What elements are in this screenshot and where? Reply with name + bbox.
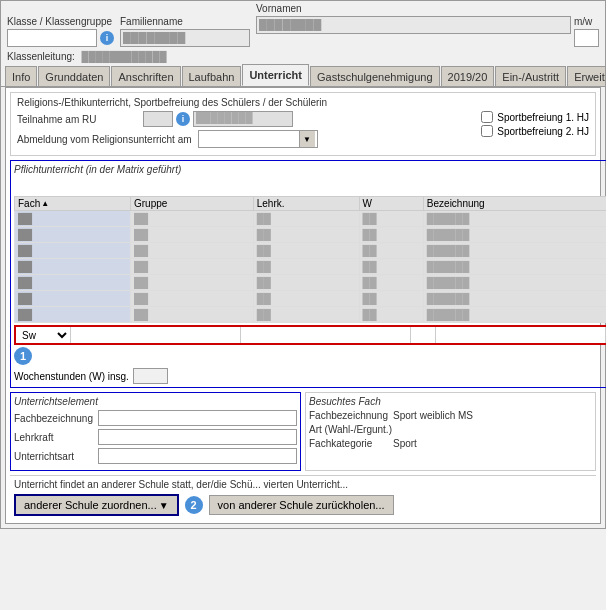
- table-row: ██ ██ ██ ██ ██████ ✕: [15, 259, 607, 275]
- pflicht-table: Fach ▲ Gruppe Lehrk. W Bezeichnung: [14, 196, 606, 323]
- tab-anschriften[interactable]: Anschriften: [111, 66, 180, 86]
- lehrkraft-input[interactable]: [98, 429, 297, 445]
- new-entry-field2[interactable]: [241, 327, 411, 343]
- tab-unterricht[interactable]: Unterricht: [242, 64, 309, 86]
- pflicht-col-w[interactable]: W: [359, 197, 423, 211]
- vornamen-label: Vornamen: [256, 3, 599, 14]
- klassenleitung-value: ████████████: [82, 51, 167, 62]
- bf-fachbez-value: Sport weiblich MS: [393, 410, 592, 421]
- unterrichtsart-label: Unterrichtsart: [14, 451, 94, 462]
- pflicht-col-fach[interactable]: Fach ▲: [15, 197, 131, 211]
- bf-art-label: Art (Wahl-/Ergunt.): [309, 424, 392, 435]
- table-row: ██ ██ ██ ██ ██████ ✕: [15, 291, 607, 307]
- besuchtes-fach-title: Besuchtes Fach: [309, 396, 592, 407]
- sport2-checkbox[interactable]: [481, 125, 493, 137]
- bf-fachkat-label: Fachkategorie: [309, 438, 389, 449]
- familienname-label: Familienname: [120, 16, 250, 27]
- mw-label: m/w: [574, 16, 599, 27]
- tab-2019[interactable]: 2019/20: [441, 66, 495, 86]
- new-entry-field1[interactable]: [71, 327, 241, 343]
- badge-1[interactable]: 1: [14, 347, 32, 365]
- table-row: ██ ██ ██ ██ ██████ ✕: [15, 227, 607, 243]
- religion-section-title: Religions-/Ethikunterricht, Sportbefreiu…: [17, 97, 589, 108]
- tab-info[interactable]: Info: [5, 66, 37, 86]
- table-row: ██ ██ ██ ██ ██████ ✕: [15, 307, 607, 323]
- new-entry-field3[interactable]: [411, 327, 436, 343]
- tab-gastschul[interactable]: Gastschulgenehmigung: [310, 66, 440, 86]
- unterrichtsart-input[interactable]: [98, 448, 297, 464]
- tab-grunddaten[interactable]: Grunddaten: [38, 66, 110, 86]
- mw-input[interactable]: [574, 29, 599, 47]
- familienname-input[interactable]: [120, 29, 250, 47]
- fachbez-label: Fachbezeichnung: [14, 413, 94, 424]
- bf-fachkat-value: Sport: [393, 438, 592, 449]
- info-icon[interactable]: i: [100, 31, 114, 45]
- pflicht-ws-label: Wochenstunden (W) insg.: [14, 371, 129, 382]
- sport1-checkbox[interactable]: [481, 111, 493, 123]
- tabs-container: Info Grunddaten Anschriften Laufbahn Unt…: [1, 64, 605, 87]
- unterricht-statt-text: Unterricht findet an anderer Schule stat…: [14, 479, 592, 490]
- unterrichtselement-title: Unterrichtselement: [14, 396, 297, 407]
- lehrkraft-label: Lehrkraft: [14, 432, 94, 443]
- tab-einaustritt[interactable]: Ein-/Austritt: [495, 66, 566, 86]
- vornamen-input[interactable]: [256, 16, 571, 34]
- teilnahme-info-icon[interactable]: i: [176, 112, 190, 126]
- zurueckholen-button[interactable]: von anderer Schule zurückholen...: [209, 495, 394, 515]
- pflicht-col-bezeichnung[interactable]: Bezeichnung: [423, 197, 606, 211]
- pflicht-col-gruppe[interactable]: Gruppe: [131, 197, 254, 211]
- badge-2[interactable]: 2: [185, 496, 203, 514]
- pflicht-col-lehrk[interactable]: Lehrk.: [253, 197, 359, 211]
- pflicht-ws-input[interactable]: [133, 368, 168, 384]
- new-entry-fach-select[interactable]: Sw: [16, 327, 71, 343]
- new-entry-field4[interactable]: [436, 327, 606, 343]
- table-row: ██ ██ ██ ██ ██████ ✕: [15, 275, 607, 291]
- zurueckholen-label: von anderer Schule zurückholen...: [218, 499, 385, 511]
- fachbez-input[interactable]: [98, 410, 297, 426]
- klasse-label: Klasse / Klassengruppe: [7, 16, 114, 27]
- klasse-input[interactable]: [7, 29, 97, 47]
- tab-erweiterung[interactable]: Erweitu...: [567, 66, 605, 86]
- klassenleitung-label: Klassenleitung:: [7, 51, 75, 62]
- table-row: ██ ██ ██ ██ ██████ ✕: [15, 243, 607, 259]
- new-entry-row: Sw ✕ ▼: [14, 325, 606, 345]
- sport2-label: Sportbefreiung 2. HJ: [497, 126, 589, 137]
- pflicht-title: Pflichtunterricht (in der Matrix geführt…: [14, 164, 606, 175]
- table-row: ██ ██ ██ ██ ██████ ✕: [15, 211, 607, 227]
- tab-laufbahn[interactable]: Laufbahn: [182, 66, 242, 86]
- bf-fachbez-label: Fachbezeichnung: [309, 410, 389, 421]
- zuordnen-label: anderer Schule zuordnen...: [24, 499, 157, 511]
- abmeldung-label: Abmeldung vom Religionsunterricht am: [17, 134, 192, 145]
- zuordnen-button[interactable]: anderer Schule zuordnen... ▼: [14, 494, 179, 516]
- zuordnen-arrow: ▼: [159, 500, 169, 511]
- teilnahme-label: Teilnahme am RU: [17, 114, 137, 125]
- sport1-label: Sportbefreiung 1. HJ: [497, 112, 589, 123]
